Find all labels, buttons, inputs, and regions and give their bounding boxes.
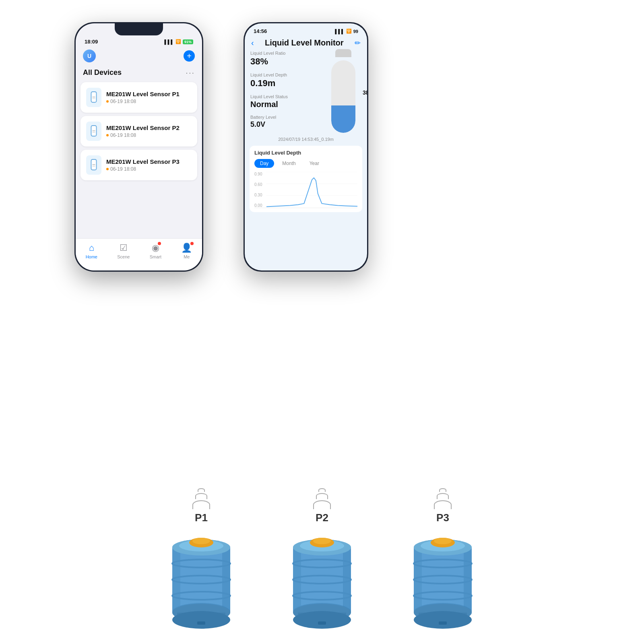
- phone2-monitor: 14:56 ▌▌▌ 🛜 99 ‹ Liquid Level Monitor ✏ …: [244, 22, 368, 272]
- svg-rect-17: [222, 547, 230, 612]
- device-info: ME201W Level Sensor P1 06-19 18:08: [106, 91, 192, 104]
- list-item[interactable]: ME201W Level Sensor P3 06-19 18:08: [80, 150, 197, 180]
- battery-value: 5.0V: [250, 120, 321, 129]
- wave-large: [313, 500, 331, 509]
- tank-body: [331, 60, 355, 133]
- home-icon: ⌂: [89, 243, 94, 253]
- device-list: ME201W Level Sensor P1 06-19 18:08: [76, 82, 202, 180]
- svg-rect-4: [92, 130, 95, 131]
- device-icon: [86, 88, 101, 107]
- ratio-value: 38%: [250, 56, 321, 67]
- wave-medium: [437, 493, 449, 499]
- barrel-p2: P2: [282, 488, 362, 632]
- svg-point-58: [434, 538, 452, 544]
- tab-month[interactable]: Month: [277, 159, 301, 168]
- chart-svg: [266, 172, 357, 207]
- signal-waves-p3: [434, 488, 452, 509]
- wifi-icon: 🛜: [175, 39, 181, 44]
- barrel-svg-p2: [282, 527, 362, 632]
- chart-tabs: Day Month Year: [254, 159, 357, 168]
- avatar-letter: U: [87, 53, 91, 59]
- device-icon: [86, 155, 101, 175]
- wave-small: [198, 488, 205, 492]
- tab-year[interactable]: Year: [304, 159, 325, 168]
- barrel-label-p1: P1: [195, 512, 208, 524]
- more-menu-icon[interactable]: ···: [186, 68, 195, 77]
- nav-scene[interactable]: ☑ Scene: [117, 243, 130, 259]
- wave-small: [439, 488, 446, 492]
- barrel-p1: P1: [161, 488, 242, 632]
- nav-home-label: Home: [86, 254, 97, 259]
- tank-percentage: 38%: [363, 89, 367, 96]
- signal-icon: ▌▌▌: [165, 39, 174, 44]
- phone2-time: 14:56: [254, 28, 267, 34]
- all-devices-title-row: All Devices ···: [76, 66, 202, 82]
- battery-indicator: 91%: [183, 39, 193, 44]
- status-value: Normal: [250, 100, 321, 109]
- chart-y-axis: 0.90 0.60 0.30 0.00: [254, 172, 262, 208]
- svg-rect-16: [172, 547, 180, 612]
- time-dot-icon: [106, 168, 109, 170]
- back-button[interactable]: ‹: [251, 38, 254, 47]
- svg-rect-1: [92, 97, 95, 97]
- signal-waves-p1: [192, 488, 210, 509]
- status-row: Liquid Level Status Normal: [250, 94, 321, 109]
- phone2-statusbar: 14:56 ▌▌▌ 🛜 99: [245, 23, 367, 36]
- svg-rect-50: [414, 547, 422, 612]
- tab-day[interactable]: Day: [254, 159, 274, 168]
- svg-rect-51: [464, 547, 472, 612]
- device-time: 06-19 18:08: [106, 132, 192, 138]
- device-info: ME201W Level Sensor P3 06-19 18:08: [106, 158, 192, 172]
- tank-container: 38%: [327, 52, 359, 133]
- chart-title: Liquid Level Depth: [254, 150, 357, 156]
- nav-me-label: Me: [184, 254, 190, 259]
- svg-rect-46: [318, 621, 326, 625]
- signal-waves-p2: [313, 488, 331, 509]
- phone1-device-list: 18:09 ▌▌▌ 🛜 91% U + All Devices ···: [74, 22, 203, 272]
- battery-level: 99: [353, 29, 358, 34]
- nav-home[interactable]: ⌂ Home: [86, 243, 97, 259]
- time-dot-icon: [106, 134, 109, 136]
- nav-smart-label: Smart: [150, 254, 161, 259]
- ratio-row: Liquid Level Ratio 38%: [250, 51, 321, 67]
- tank-visualization: 38%: [325, 51, 361, 134]
- list-item[interactable]: ME201W Level Sensor P2 06-19 18:08: [80, 116, 197, 147]
- wifi-icon: 🛜: [346, 29, 352, 34]
- svg-point-24: [192, 538, 210, 544]
- device-time: 06-19 18:08: [106, 166, 192, 172]
- ratio-label: Liquid Level Ratio: [250, 51, 321, 56]
- svg-point-41: [313, 538, 331, 544]
- phone2-header: ‹ Liquid Level Monitor ✏: [245, 36, 367, 51]
- smart-icon: ◉: [152, 243, 159, 253]
- nav-me[interactable]: 👤 Me: [181, 243, 192, 259]
- device-icon: [86, 122, 101, 141]
- wave-medium: [316, 493, 328, 499]
- depth-row: Liquid Level Depth 0.19m: [250, 72, 321, 89]
- battery-row: Battery Level 5.0V: [250, 115, 321, 129]
- phone1-header: U +: [76, 46, 202, 66]
- barrel-label-p2: P2: [316, 512, 328, 524]
- nav-smart[interactable]: ◉ Smart: [150, 243, 161, 259]
- barrels-section: P1: [0, 488, 644, 632]
- device-name: ME201W Level Sensor P1: [106, 91, 192, 97]
- svg-rect-7: [92, 164, 95, 165]
- svg-rect-5: [92, 132, 95, 133]
- depth-value: 0.19m: [250, 78, 321, 89]
- svg-rect-29: [197, 621, 205, 625]
- edit-icon[interactable]: ✏: [355, 39, 361, 47]
- device-info: ME201W Level Sensor P2 06-19 18:08: [106, 124, 192, 138]
- svg-rect-48: [414, 547, 472, 612]
- list-item[interactable]: ME201W Level Sensor P1 06-19 18:08: [80, 82, 197, 113]
- device-name: ME201W Level Sensor P2: [106, 124, 192, 131]
- barrel-label-p3: P3: [436, 512, 449, 524]
- wave-medium: [195, 493, 207, 499]
- svg-rect-33: [293, 547, 301, 612]
- svg-rect-34: [343, 547, 351, 612]
- device-name: ME201W Level Sensor P3: [106, 158, 192, 165]
- barrel-svg-p3: [402, 527, 483, 632]
- monitor-stats: Liquid Level Ratio 38% Liquid Level Dept…: [245, 51, 367, 134]
- chart-line: [266, 178, 357, 207]
- add-device-button[interactable]: +: [184, 50, 195, 62]
- phone1-time: 18:09: [85, 39, 98, 45]
- avatar[interactable]: U: [83, 50, 96, 62]
